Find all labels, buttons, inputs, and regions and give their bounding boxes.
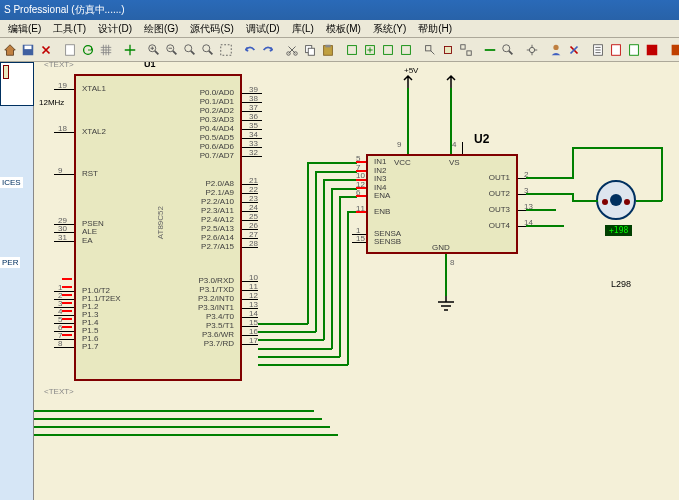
refresh-icon[interactable] (80, 40, 96, 60)
home-icon[interactable] (2, 40, 18, 60)
redo-icon[interactable] (260, 40, 276, 60)
tools-icon[interactable] (566, 40, 582, 60)
svg-rect-29 (647, 44, 658, 55)
svg-rect-14 (325, 44, 330, 47)
svg-rect-28 (630, 44, 639, 55)
menu-tools[interactable]: 工具(T) (47, 20, 92, 38)
menu-design[interactable]: 设计(D) (92, 20, 138, 38)
svg-rect-19 (426, 45, 431, 50)
compile-icon[interactable] (668, 40, 679, 60)
cut-icon[interactable] (284, 40, 300, 60)
block-rotate-icon[interactable] (380, 40, 396, 60)
svg-rect-21 (461, 44, 465, 48)
block-delete-icon[interactable] (398, 40, 414, 60)
svg-rect-2 (66, 44, 75, 55)
menu-debug[interactable]: 调试(D) (240, 20, 286, 38)
svg-point-6 (185, 44, 192, 51)
u1-text-marker2: <TEXT> (44, 387, 74, 396)
menu-bar: 编辑(E) 工具(T) 设计(D) 绘图(G) 源代码(S) 调试(D) 库(L… (0, 20, 679, 38)
ground-symbol (434, 294, 458, 316)
u2-ref: U2 (474, 132, 489, 146)
person-icon[interactable] (548, 40, 564, 60)
toggle-wire-icon[interactable] (482, 40, 498, 60)
decompose-icon[interactable] (458, 40, 474, 60)
motor-component[interactable] (596, 180, 636, 220)
zoom-icon[interactable] (146, 40, 162, 60)
content-area: ICES PER AT89C52 U1 <TEXT> <TEXT> 12MHz … (0, 62, 679, 500)
save-icon[interactable] (20, 40, 36, 60)
copy-icon[interactable] (302, 40, 318, 60)
svg-rect-22 (467, 50, 471, 54)
zoom-in-icon[interactable] (164, 40, 180, 60)
svg-rect-27 (612, 44, 621, 55)
svg-point-23 (503, 44, 510, 51)
bom-icon[interactable] (590, 40, 606, 60)
erc-icon[interactable] (608, 40, 624, 60)
block-move-icon[interactable] (362, 40, 378, 60)
menu-library[interactable]: 库(L) (286, 20, 320, 38)
menu-system[interactable]: 系统(Y) (367, 20, 412, 38)
svg-rect-12 (308, 48, 314, 55)
gear-icon[interactable] (524, 40, 540, 60)
motor-value: +198 (605, 225, 632, 236)
u2-part: L298 (611, 279, 631, 289)
zoom-out-icon[interactable] (182, 40, 198, 60)
menu-edit[interactable]: 编辑(E) (2, 20, 47, 38)
menu-source[interactable]: 源代码(S) (184, 20, 239, 38)
package-icon[interactable] (440, 40, 456, 60)
undo-icon[interactable] (242, 40, 258, 60)
sidebar: ICES PER (0, 62, 34, 500)
sidebar-item-per[interactable]: PER (0, 257, 20, 268)
menu-help[interactable]: 帮助(H) (412, 20, 458, 38)
u1-ref: U1 (144, 62, 156, 69)
close-icon[interactable] (38, 40, 54, 60)
svg-rect-17 (384, 45, 393, 54)
svg-rect-1 (25, 45, 32, 49)
svg-rect-15 (348, 45, 357, 54)
grid-icon[interactable] (98, 40, 114, 60)
svg-rect-30 (672, 44, 679, 55)
title-bar: S Professional (仿真中......) (0, 0, 679, 20)
pick-icon[interactable] (422, 40, 438, 60)
svg-rect-20 (445, 46, 452, 53)
search-icon[interactable] (500, 40, 516, 60)
menu-draw[interactable]: 绘图(G) (138, 20, 184, 38)
svg-point-7 (203, 44, 210, 51)
toolbar (0, 38, 679, 62)
u1-osc: 12MHz (39, 98, 64, 107)
block-copy-icon[interactable] (344, 40, 360, 60)
page-icon[interactable] (62, 40, 78, 60)
zoom-fit-icon[interactable] (200, 40, 216, 60)
ares-icon[interactable] (644, 40, 660, 60)
svg-rect-8 (221, 44, 232, 55)
u1-text-marker: <TEXT> (44, 62, 74, 69)
zoom-area-icon[interactable] (218, 40, 234, 60)
svg-point-25 (553, 44, 558, 49)
paste-icon[interactable] (320, 40, 336, 60)
schematic-canvas[interactable]: AT89C52 U1 <TEXT> <TEXT> 12MHz 19XTAL118… (34, 62, 679, 500)
sidebar-item-devices[interactable]: ICES (0, 177, 23, 188)
svg-point-24 (529, 47, 534, 52)
svg-rect-18 (402, 45, 411, 54)
preview-box[interactable] (0, 62, 34, 106)
crosshair-icon[interactable] (122, 40, 138, 60)
menu-template[interactable]: 模板(M) (320, 20, 367, 38)
u1-part-label: AT89C52 (156, 206, 165, 239)
netlist-icon[interactable] (626, 40, 642, 60)
title-text: S Professional (仿真中......) (4, 3, 125, 17)
